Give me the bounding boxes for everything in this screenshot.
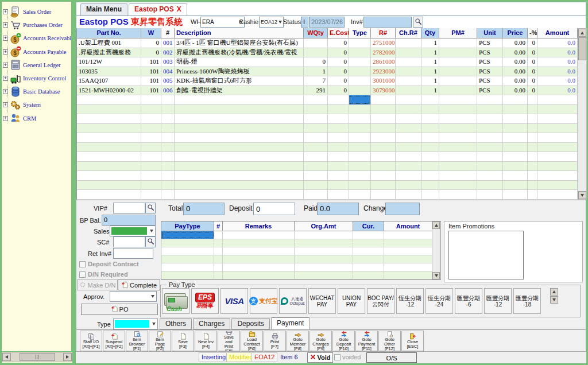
grid-cell-chr[interactable]	[396, 162, 421, 171]
dn-required-checkbox[interactable]	[79, 271, 86, 278]
grid-cell-w[interactable]: 0	[141, 38, 161, 48]
toolbar-button-item-browser[interactable]: ItemBrowser[F1]	[126, 331, 148, 351]
grid-cell-amount[interactable]: 0.0	[537, 86, 578, 95]
grid-cell-amount[interactable]: 0.0	[537, 38, 578, 48]
grid-cell-pct[interactable]	[528, 95, 537, 104]
grid-cell-amount[interactable]	[537, 105, 578, 114]
grid-cell-w[interactable]: 101	[141, 76, 161, 86]
pay-grid-cell-cur[interactable]	[353, 231, 384, 239]
grid-cell-type[interactable]	[349, 67, 371, 76]
grid-cell-price[interactable]: 0.00	[503, 76, 528, 86]
grid-cell-pm[interactable]	[439, 57, 477, 67]
scroll-right-icon[interactable]	[63, 353, 72, 361]
grid-col-w[interactable]: W	[141, 28, 161, 38]
grid-cell-type[interactable]	[349, 133, 371, 142]
grid-cell-wqty[interactable]	[304, 38, 328, 48]
pay-grid-row[interactable]	[161, 255, 440, 263]
sales-select[interactable]	[110, 226, 156, 236]
grid-cell-num[interactable]: 002	[161, 48, 175, 57]
grid-cell-desc[interactable]: 3/4匹 - 1匹 窗口機U型鋁架座台安裝(有石屎)	[175, 38, 304, 48]
grid-cell-pm[interactable]	[439, 105, 477, 114]
pay-button-hang-seng-installment-24[interactable]: 恆生分期-24	[425, 288, 453, 314]
grid-cell-amount[interactable]: 0.0	[537, 67, 578, 76]
grid-cell-pct[interactable]: 0	[528, 86, 537, 95]
grid-cell-wqty[interactable]	[304, 124, 328, 133]
grid-cell-unit[interactable]	[477, 190, 503, 199]
pay-grid-cell-amount[interactable]	[384, 255, 432, 263]
grid-cell-w[interactable]	[141, 124, 161, 133]
grid-cell-wqty[interactable]	[304, 48, 328, 57]
scroll-thumb[interactable]	[578, 37, 586, 60]
grid-col-amount[interactable]: Amount	[537, 28, 578, 38]
grid-cell-num[interactable]: 001	[161, 38, 175, 48]
grid-cell-unit[interactable]	[477, 171, 503, 180]
pay-buttons-scrollbar[interactable]	[550, 288, 558, 304]
grid-cell-ecost[interactable]: 0	[328, 38, 349, 48]
grid-cell-r[interactable]	[371, 114, 396, 123]
pay-button-visa[interactable]: VISA	[220, 288, 248, 314]
grid-col-pct[interactable]: -%	[528, 28, 537, 38]
pay-grid-cell-paytype[interactable]	[161, 239, 214, 247]
grid-cell-chr[interactable]	[396, 114, 421, 123]
toolbar-button-goto-payment[interactable]: GotoPayment[F11]	[355, 331, 378, 351]
grid-col-part_no[interactable]: Part No.	[77, 28, 141, 38]
grid-cell-qty[interactable]	[421, 152, 439, 161]
grid-cell-part_no[interactable]	[77, 162, 141, 171]
grid-cell-desc[interactable]	[175, 124, 304, 133]
grid-cell-num[interactable]	[161, 152, 175, 161]
pay-grid-cell-amount[interactable]	[384, 231, 432, 239]
grid-cell-r[interactable]	[371, 133, 396, 142]
pay-grid-col-amount[interactable]: Amount	[384, 222, 432, 231]
grid-cell-desc[interactable]	[175, 95, 304, 104]
toolbar-button-suspend[interactable]: Suspend[Alt]+[F2]	[103, 331, 125, 351]
grid-row[interactable]	[77, 181, 578, 191]
sidebar-item-inventory-control[interactable]: Inventory Control	[3, 72, 71, 85]
grid-cell-part_no[interactable]: 103035	[77, 67, 141, 76]
grid-cell-ecost[interactable]	[328, 181, 349, 190]
grid-cell-desc[interactable]	[175, 152, 304, 161]
grid-cell-pm[interactable]	[439, 67, 477, 76]
grid-cell-num[interactable]: 003	[161, 57, 175, 67]
grid-row[interactable]	[77, 95, 578, 105]
grid-cell-desc[interactable]	[175, 133, 304, 142]
grid-cell-num[interactable]	[161, 114, 175, 123]
pay-grid-cell-cur[interactable]	[353, 263, 384, 271]
grid-cell-amount[interactable]	[537, 152, 578, 161]
grid-cell-pct[interactable]: 0	[528, 38, 537, 48]
grid-cell-amount[interactable]	[537, 143, 578, 152]
tree-expand-icon[interactable]	[3, 49, 8, 55]
grid-cell-qty[interactable]	[421, 105, 439, 114]
grid-cell-chr[interactable]	[396, 152, 421, 161]
grid-cell-pct[interactable]	[528, 143, 537, 152]
grid-col-wqty[interactable]: WQty	[304, 28, 328, 38]
pay-grid-cell-orgamt[interactable]	[295, 255, 353, 263]
sidebar-item-system[interactable]: System	[3, 98, 71, 111]
grid-cell-unit[interactable]	[477, 105, 503, 114]
type-select[interactable]	[113, 319, 158, 329]
grid-col-type[interactable]: Type	[349, 28, 371, 38]
grid-cell-type[interactable]	[349, 162, 371, 171]
grid-cell-w[interactable]: 101	[141, 57, 161, 67]
grid-cell-r[interactable]: 27820002	[371, 48, 396, 57]
grid-cell-wqty[interactable]	[304, 114, 328, 123]
grid-row[interactable]	[77, 171, 578, 181]
grid-cell-pct[interactable]	[528, 105, 537, 114]
grid-cell-part_no[interactable]	[77, 143, 141, 152]
pay-grid-cell-amount[interactable]	[384, 247, 432, 255]
grid-cell-amount[interactable]	[537, 171, 578, 180]
grid-row[interactable]: .昇級搬走舊機服務0002昇級搬走舊機服務(冷氣機/雪櫃/洗衣機/電視02782…	[77, 48, 578, 58]
grid-cell-type[interactable]	[349, 38, 371, 48]
grid-cell-price[interactable]: 0.00	[503, 67, 528, 76]
pay-grid-cell-orgamt[interactable]	[295, 263, 353, 271]
tab-eastop-pos[interactable]: Eastop POSX	[129, 3, 187, 15]
grid-cell-amount[interactable]: 0.0	[537, 57, 578, 67]
toolbar-button-save[interactable]: Save[F3]	[172, 331, 194, 351]
grid-cell-r[interactable]	[371, 162, 396, 171]
grid-cell-qty[interactable]	[421, 181, 439, 190]
grid-cell-r[interactable]	[371, 171, 396, 180]
grid-cell-w[interactable]: 0	[141, 48, 161, 57]
grid-cell-desc[interactable]	[175, 171, 304, 180]
grid-cell-wqty[interactable]: 291	[304, 86, 328, 95]
sidebar-item-purchases-order[interactable]: Purchases Order	[3, 18, 71, 32]
grid-cell-pct[interactable]: 0	[528, 76, 537, 86]
